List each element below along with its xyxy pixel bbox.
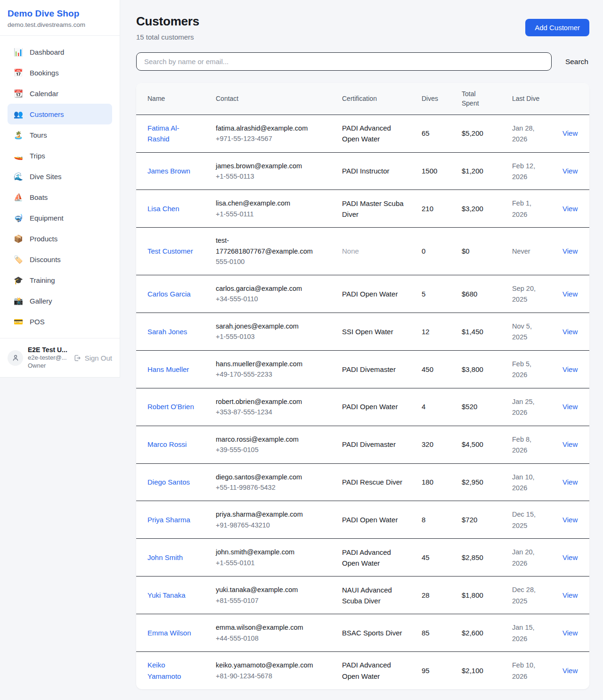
- sign-out-button[interactable]: Sign Out: [73, 354, 112, 362]
- view-link[interactable]: View: [562, 403, 578, 411]
- customer-name-link[interactable]: Lisa Chen: [147, 205, 179, 213]
- customer-total-spent: $520: [462, 403, 477, 411]
- customer-name-link[interactable]: Hans Mueller: [147, 365, 189, 373]
- sidebar-header: Demo Dive Shop demo.test.divestreams.com: [0, 0, 120, 36]
- customer-name-link[interactable]: Fatima Al-Rashid: [147, 124, 179, 143]
- customer-email: fatima.alrashid@example.com: [216, 123, 320, 133]
- customer-certification: PADI Instructor: [342, 167, 390, 175]
- customer-name-link[interactable]: Keiko Yamamoto: [147, 661, 181, 680]
- customer-email: priya.sharma@example.com: [216, 509, 320, 519]
- view-link[interactable]: View: [562, 290, 578, 298]
- customer-dives: 4: [422, 403, 425, 411]
- customer-phone: +1-555-0101: [216, 558, 320, 568]
- sidebar-item-bookings[interactable]: 📅 Bookings: [8, 62, 112, 83]
- customers-table-card: Name Contact Certification Dives Total S…: [136, 83, 589, 689]
- add-customer-button[interactable]: Add Customer: [525, 19, 589, 36]
- customer-dives: 1500: [422, 167, 437, 175]
- table-row: Robert O'Brien robert.obrien@example.com…: [136, 388, 589, 426]
- view-link[interactable]: View: [562, 629, 578, 637]
- sidebar-item-tours[interactable]: 🏝️ Tours: [8, 124, 112, 145]
- customer-email: keiko.yamamoto@example.com: [216, 660, 320, 670]
- customer-name-link[interactable]: Marco Rossi: [147, 440, 187, 448]
- sidebar-item-pos[interactable]: 💳 POS: [8, 311, 112, 332]
- customer-name-link[interactable]: Yuki Tanaka: [147, 591, 186, 599]
- sidebar-item-gallery[interactable]: 📸 Gallery: [8, 290, 112, 311]
- customer-last-dive: Jan 15, 2026: [512, 624, 535, 642]
- customer-name-link[interactable]: John Smith: [147, 553, 183, 561]
- customer-certification: SSI Open Water: [342, 328, 393, 336]
- customer-last-dive: Jan 28, 2026: [512, 124, 535, 143]
- view-link[interactable]: View: [562, 167, 578, 175]
- user-info: E2E Test U... e2e-tester@... Owner: [28, 346, 68, 370]
- view-link[interactable]: View: [562, 553, 578, 561]
- view-link[interactable]: View: [562, 247, 578, 255]
- view-link[interactable]: View: [562, 328, 578, 336]
- view-link[interactable]: View: [562, 440, 578, 448]
- search-input[interactable]: [136, 52, 552, 71]
- customer-email: hans.mueller@example.com: [216, 359, 320, 369]
- customer-total-spent: $3,800: [462, 365, 483, 373]
- sidebar-item-label: Bookings: [30, 69, 59, 77]
- column-header-total-spent: Total Spent: [462, 83, 512, 115]
- view-link[interactable]: View: [562, 591, 578, 599]
- shop-domain: demo.test.divestreams.com: [8, 21, 112, 28]
- customer-dives: 180: [422, 478, 433, 486]
- column-header-last-dive: Last Dive: [512, 83, 562, 115]
- sidebar-item-products[interactable]: 📦 Products: [8, 228, 112, 249]
- sidebar-nav: 📊 Dashboard 📅 Bookings 📆 Calendar 👥 Cust…: [0, 36, 120, 338]
- sidebar-item-label: Calendar: [30, 90, 58, 98]
- customer-dives: 0: [422, 247, 425, 255]
- customer-name-link[interactable]: Carlos Garcia: [147, 290, 191, 298]
- search-button[interactable]: Search: [564, 56, 589, 68]
- sidebar-item-dashboard[interactable]: 📊 Dashboard: [8, 41, 112, 62]
- customer-name-link[interactable]: Sarah Jones: [147, 328, 187, 336]
- customer-name-link[interactable]: Priya Sharma: [147, 516, 190, 524]
- shop-title: Demo Dive Shop: [8, 8, 112, 19]
- customer-email: john.smith@example.com: [216, 547, 320, 557]
- page-header: Customers 15 total customers Add Custome…: [136, 14, 589, 41]
- customer-name-link[interactable]: Robert O'Brien: [147, 403, 194, 411]
- sidebar-item-discounts[interactable]: 🏷️ Discounts: [8, 249, 112, 270]
- customer-last-dive: Never: [512, 247, 530, 255]
- view-link[interactable]: View: [562, 478, 578, 486]
- customer-dives: 95: [422, 667, 430, 675]
- customer-email: marco.rossi@example.com: [216, 434, 320, 445]
- customer-total-spent: $720: [462, 516, 477, 524]
- customer-last-dive: Dec 15, 2025: [512, 511, 536, 529]
- view-link[interactable]: View: [562, 667, 578, 675]
- customer-total-spent: $5,200: [462, 129, 483, 137]
- table-row: Keiko Yamamoto keiko.yamamoto@example.co…: [136, 652, 589, 689]
- customer-name-link[interactable]: Test Customer: [147, 247, 193, 255]
- view-link[interactable]: View: [562, 205, 578, 213]
- sidebar-item-calendar[interactable]: 📆 Calendar: [8, 83, 112, 104]
- sidebar-item-customers[interactable]: 👥 Customers: [8, 104, 112, 124]
- customer-name-link[interactable]: Diego Santos: [147, 478, 190, 486]
- table-row: Marco Rossi marco.rossi@example.com +39-…: [136, 426, 589, 463]
- customer-name-link[interactable]: Emma Wilson: [147, 629, 191, 637]
- sidebar-item-trips[interactable]: 🚤 Trips: [8, 145, 112, 166]
- customer-phone: +1-555-0113: [216, 171, 320, 181]
- sidebar-item-training[interactable]: 🎓 Training: [8, 270, 112, 290]
- view-link[interactable]: View: [562, 129, 578, 137]
- customer-certification: None: [342, 247, 359, 255]
- view-link[interactable]: View: [562, 516, 578, 524]
- customer-certification: NAUI Advanced Scuba Diver: [342, 586, 392, 605]
- user-email: e2e-tester@...: [28, 354, 68, 362]
- customer-phone: +34-555-0110: [216, 294, 320, 304]
- products-icon: 📦: [13, 234, 24, 243]
- customer-last-dive: Nov 5, 2025: [512, 322, 532, 341]
- sidebar-item-boats[interactable]: ⛵ Boats: [8, 187, 112, 207]
- customer-last-dive: Dec 28, 2025: [512, 586, 536, 604]
- sidebar-item-equipment[interactable]: 🤿 Equipment: [8, 207, 112, 228]
- sidebar-item-label: Equipment: [30, 214, 64, 222]
- view-link[interactable]: View: [562, 365, 578, 373]
- sidebar-item-dive-sites[interactable]: 🌊 Dive Sites: [8, 166, 112, 187]
- table-row: Yuki Tanaka yuki.tanaka@example.com +81-…: [136, 576, 589, 614]
- customer-name-link[interactable]: James Brown: [147, 167, 190, 175]
- customer-email: robert.obrien@example.com: [216, 396, 320, 407]
- customer-phone: +1-555-0103: [216, 331, 320, 342]
- customer-last-dive: Jan 25, 2026: [512, 398, 535, 416]
- training-icon: 🎓: [13, 276, 24, 285]
- customer-count: 15 total customers: [136, 33, 199, 41]
- sidebar-user-footer: E2E Test U... e2e-tester@... Owner Sign …: [0, 338, 120, 377]
